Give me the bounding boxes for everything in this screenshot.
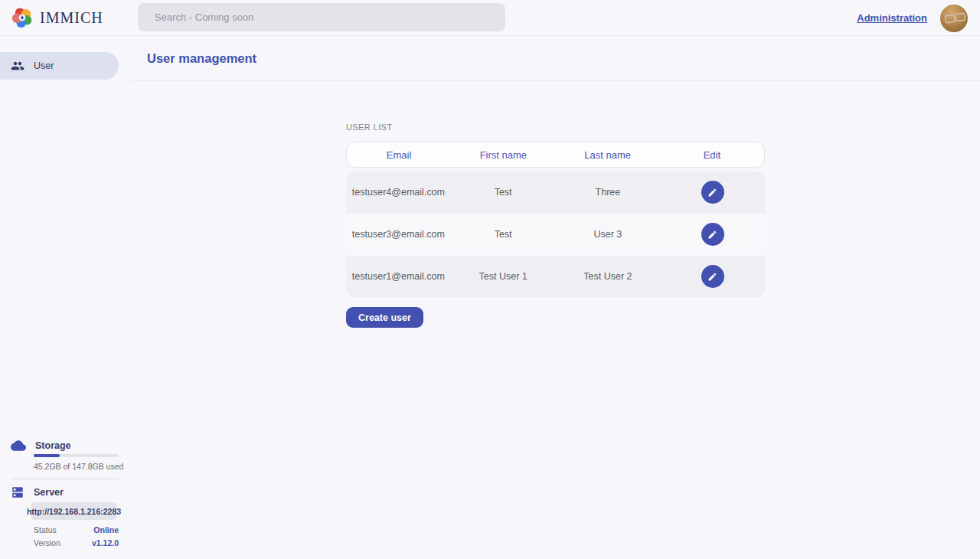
user-avatar[interactable] (940, 5, 968, 32)
create-user-button[interactable]: Create user (346, 307, 423, 328)
storage-progress-fill (34, 454, 60, 457)
cell-first-name: Test (451, 229, 556, 240)
table-row: testuser4@email.com Test Three (346, 172, 765, 213)
server-url-chip: http://192.168.1.216:2283 (31, 502, 117, 520)
table-row: testuser3@email.com Test User 3 (346, 214, 765, 255)
edit-user-button[interactable] (701, 181, 724, 204)
user-list-heading: USER LIST (346, 123, 765, 132)
server-status-panel: Storage 45.2GB of 147.8GB used Server ht… (0, 436, 131, 559)
column-header-last-name: Last name (556, 149, 660, 161)
sidebar-divider (11, 479, 119, 479)
cell-email: testuser1@email.com (346, 271, 451, 282)
page-title-bar: User management (131, 36, 980, 81)
admin-sidebar: User Storage 45.2GB of 147.8GB used Serv… (0, 36, 131, 559)
sidebar-item-user[interactable]: User (0, 52, 119, 80)
storage-progress-bar (34, 454, 119, 457)
column-header-email: Email (347, 149, 451, 161)
immich-flower-icon (11, 6, 34, 29)
version-label: Version (34, 538, 60, 548)
cell-email: testuser3@email.com (346, 229, 451, 240)
column-header-edit: Edit (660, 149, 764, 161)
edit-user-button[interactable] (701, 223, 724, 246)
users-icon (11, 59, 24, 73)
app-logo[interactable]: IMMICH (11, 6, 103, 29)
server-title: Server (34, 487, 64, 498)
version-value: v1.12.0 (92, 538, 119, 548)
cell-last-name: User 3 (556, 229, 661, 240)
storage-usage-text: 45.2GB of 147.8GB used (34, 462, 123, 471)
status-label: Status (34, 525, 57, 534)
pencil-icon (707, 272, 717, 282)
column-header-first-name: First name (451, 149, 555, 161)
storage-title: Storage (35, 440, 71, 451)
server-icon (11, 485, 24, 499)
pencil-icon (707, 188, 717, 198)
administration-link[interactable]: Administration (857, 12, 927, 24)
app-title: IMMICH (40, 9, 103, 27)
cell-email: testuser4@email.com (346, 187, 451, 198)
status-value: Online (93, 525, 119, 534)
cloud-icon (11, 438, 26, 453)
top-header: IMMICH Administration (0, 0, 980, 36)
user-table-header: Email First name Last name Edit (346, 142, 765, 168)
sidebar-item-label: User (34, 60, 54, 71)
cell-first-name: Test (451, 187, 556, 198)
cell-first-name: Test User 1 (451, 271, 556, 282)
main-content: User management USER LIST Email First na… (131, 36, 980, 559)
edit-user-button[interactable] (701, 265, 724, 288)
table-row: testuser1@email.com Test User 1 Test Use… (346, 256, 765, 297)
page-title: User management (147, 51, 256, 66)
search-input[interactable] (138, 3, 505, 31)
cell-last-name: Test User 2 (556, 271, 661, 282)
cell-last-name: Three (556, 187, 661, 198)
pencil-icon (707, 230, 717, 240)
user-table: testuser4@email.com Test Three testuser3… (346, 172, 765, 297)
